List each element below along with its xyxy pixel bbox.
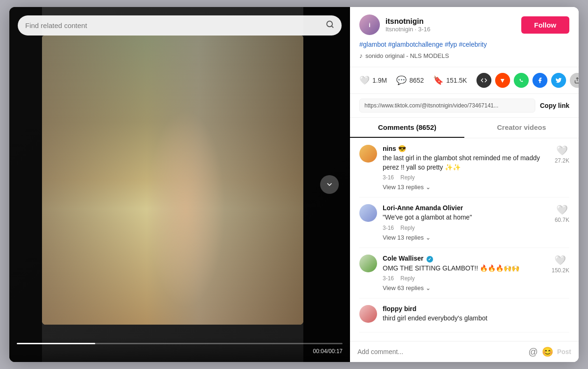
comments-list: nins 😎 the last girl in the glambot shot…	[350, 138, 579, 341]
comment-input[interactable]	[357, 348, 525, 355]
comment-date: 3-16	[383, 174, 394, 181]
avatar: i	[359, 14, 380, 35]
music-icon: ♪	[359, 52, 363, 59]
comment-body: Cole Walliser ✓ OMG THE SITTING GLAMBOT!…	[383, 255, 546, 292]
bookmark-count: 151.5K	[446, 77, 467, 84]
more-share-button[interactable]	[570, 73, 579, 88]
search-input[interactable]	[25, 21, 322, 29]
at-icon[interactable]: @	[528, 347, 538, 357]
creator-videos-tab[interactable]: Creator videos	[464, 118, 579, 138]
user-info: i itsnotnigin Itsnotnigin · 3-16	[359, 14, 430, 35]
tabs-row: Comments (8652) Creator videos	[350, 118, 579, 138]
comment-count: 8652	[409, 77, 424, 84]
video-info: i itsnotnigin Itsnotnigin · 3-16 Follow …	[350, 7, 579, 67]
video-panel: 00:04/00:17	[9, 7, 350, 362]
comment-date: 3-16	[383, 275, 394, 282]
comment-text: "We've got a glambot at home"	[383, 213, 549, 222]
like-heart-icon[interactable]: 🤍	[556, 145, 568, 156]
comment-text: OMG THE SITTING GLAMBOT!! 🔥🔥🔥🙌🙌	[383, 264, 546, 273]
comment-meta: 3-16 Reply	[383, 174, 549, 181]
comments-tab[interactable]: Comments (8652)	[350, 118, 464, 138]
comment-icon: 💬	[396, 75, 406, 85]
user-row: i itsnotnigin Itsnotnigin · 3-16 Follow	[359, 14, 569, 35]
svg-line-1	[331, 26, 333, 27]
comment-item: floppy bird third girl ended everybody's…	[359, 298, 569, 333]
embed-button[interactable]	[476, 73, 491, 88]
comment-avatar	[359, 255, 377, 272]
comment-author: nins 😎	[383, 145, 549, 152]
comment-body: floppy bird third girl ended everybody's…	[383, 305, 569, 326]
view-replies-button[interactable]: View 13 replies ⌄	[383, 234, 549, 241]
comment-like: 🤍 60.7K	[555, 204, 569, 223]
like-count: 1.9M	[372, 77, 387, 84]
comment-like: 🤍 150.2K	[552, 255, 569, 274]
bookmark-icon: 🔖	[433, 75, 443, 85]
view-replies-button[interactable]: View 13 replies ⌄	[383, 184, 549, 191]
bookmark-action[interactable]: 🔖 151.5K	[433, 75, 467, 85]
hashtags[interactable]: #glambot #glambotchallenge #fyp #celebri…	[359, 41, 569, 48]
progress-fill	[17, 343, 95, 344]
reply-button[interactable]: Reply	[400, 275, 415, 282]
right-panel: i itsnotnigin Itsnotnigin · 3-16 Follow …	[350, 7, 579, 362]
twitter-button[interactable]	[551, 73, 566, 88]
heart-icon: 🤍	[359, 75, 370, 85]
chevron-down-icon: ⌄	[426, 184, 431, 191]
follow-button[interactable]: Follow	[521, 16, 570, 34]
comment-like-count: 60.7K	[555, 217, 569, 223]
like-action[interactable]: 🤍 1.9M	[359, 75, 387, 85]
comment-avatar	[359, 145, 377, 163]
comment-item: Cole Walliser ✓ OMG THE SITTING GLAMBOT!…	[359, 248, 569, 299]
video-url: https://www.tiktok.com/@itsnotnigin/vide…	[359, 99, 535, 113]
user-details: itsnotnigin Itsnotnigin · 3-16	[385, 17, 430, 33]
comment-text: third girl ended everybody's glambot	[383, 314, 569, 323]
copy-link-button[interactable]: Copy link	[540, 102, 569, 109]
progress-bar[interactable]	[17, 343, 343, 344]
comment-input-row: @ 😊 Post	[350, 341, 579, 362]
comment-avatar	[359, 305, 377, 323]
chevron-down-icon: ⌄	[426, 234, 431, 241]
comment-action[interactable]: 💬 8652	[396, 75, 424, 85]
comment-like-count: 150.2K	[552, 267, 569, 274]
comment-item: Lori-Anne Amanda Olivier "We've got a gl…	[359, 198, 569, 248]
comment-like: 🤍 27.2K	[555, 145, 569, 164]
like-heart-icon[interactable]: 🤍	[556, 204, 568, 215]
view-replies-button[interactable]: View 63 replies ⌄	[383, 284, 546, 291]
username[interactable]: itsnotnigin	[385, 17, 430, 26]
link-row: https://www.tiktok.com/@itsnotnigin/vide…	[350, 94, 579, 118]
comment-avatar	[359, 204, 377, 222]
actions-row: 🤍 1.9M 💬 8652 🔖 151.5K ▼	[350, 67, 579, 94]
search-bar	[18, 15, 342, 35]
reddit-button[interactable]: ▼	[495, 73, 510, 88]
facebook-button[interactable]	[532, 73, 547, 88]
post-button[interactable]: Post	[557, 348, 571, 355]
comment-date: 3-16	[383, 225, 394, 231]
sound-info: ♪ sonido original - NLS MODELS	[359, 52, 569, 59]
search-icon[interactable]	[326, 20, 334, 31]
video-controls: 00:04/00:17	[9, 337, 350, 362]
comment-text: the last girl in the glambot shot remind…	[383, 154, 549, 172]
chevron-down-icon: ⌄	[426, 284, 431, 291]
reply-button[interactable]: Reply	[400, 174, 415, 181]
like-heart-icon[interactable]: 🤍	[554, 255, 566, 266]
emoji-icon[interactable]: 😊	[542, 346, 553, 357]
user-handle: Itsnotnigin · 3-16	[385, 26, 430, 33]
sound-name: sonido original - NLS MODELS	[365, 52, 449, 59]
comment-like-count: 27.2K	[555, 157, 569, 164]
comment-item: nins 😎 the last girl in the glambot shot…	[359, 138, 569, 198]
next-video-button[interactable]	[320, 175, 339, 194]
time-display: 00:04/00:17	[17, 348, 343, 355]
comment-author: Cole Walliser ✓	[383, 255, 546, 263]
whatsapp-button[interactable]	[514, 73, 529, 88]
video-frame: 00:04/00:17	[9, 7, 350, 362]
comment-body: Lori-Anne Amanda Olivier "We've got a gl…	[383, 204, 549, 241]
comment-author: floppy bird	[383, 305, 569, 312]
share-icons: ▼	[476, 73, 579, 88]
comment-author: Lori-Anne Amanda Olivier	[383, 204, 549, 212]
comment-meta: 3-16 Reply	[383, 225, 549, 231]
reply-button[interactable]: Reply	[400, 225, 415, 231]
verified-icon: ✓	[427, 256, 433, 263]
comment-meta: 3-16 Reply	[383, 275, 546, 282]
comment-body: nins 😎 the last girl in the glambot shot…	[383, 145, 549, 191]
